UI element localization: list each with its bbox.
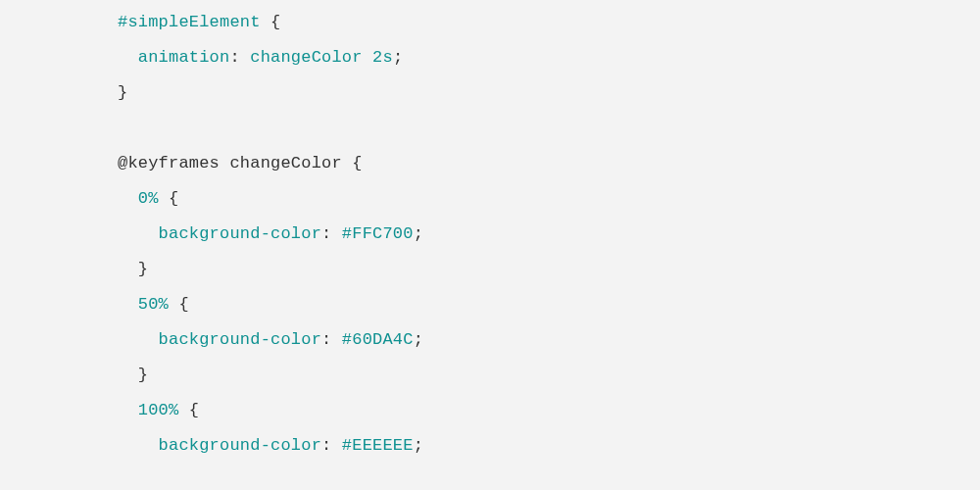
semicolon: ; <box>414 224 423 243</box>
indent <box>118 260 138 278</box>
css-value: #EEEEEE <box>342 436 414 455</box>
brace-open: { <box>261 13 281 31</box>
indent <box>118 189 138 208</box>
brace-open: { <box>169 295 189 314</box>
css-value: #FFC700 <box>342 224 414 243</box>
keyframe-pct: 50% <box>138 295 169 314</box>
at-rule: @keyframes <box>118 154 220 172</box>
indent <box>118 295 138 314</box>
colon: : <box>321 436 342 455</box>
colon: : <box>229 48 250 67</box>
css-property: background-color <box>159 436 321 455</box>
keyframes-name: changeColor <box>220 154 352 172</box>
brace-close: } <box>118 83 127 102</box>
css-selector: #simpleElement <box>118 13 261 31</box>
brace-open: { <box>159 189 179 208</box>
semicolon: ; <box>393 48 403 67</box>
indent <box>118 224 159 243</box>
indent <box>118 401 138 419</box>
code-snippet: #simpleElement { animation: changeColor … <box>0 0 980 464</box>
css-property: background-color <box>159 330 321 349</box>
indent <box>118 330 159 349</box>
brace-close: } <box>138 260 148 278</box>
css-property: background-color <box>159 224 321 243</box>
indent <box>118 436 159 455</box>
brace-open: { <box>352 154 362 172</box>
indent <box>118 366 138 384</box>
semicolon: ; <box>414 436 423 455</box>
css-value: #60DA4C <box>342 330 414 349</box>
keyframe-pct: 100% <box>138 401 179 419</box>
colon: : <box>321 330 342 349</box>
brace-close: } <box>138 366 148 384</box>
css-value: changeColor 2s <box>250 48 393 67</box>
css-property: animation <box>138 48 230 67</box>
keyframe-pct: 0% <box>138 189 159 208</box>
semicolon: ; <box>414 330 423 349</box>
colon: : <box>321 224 342 243</box>
indent <box>118 48 138 67</box>
brace-open: { <box>178 401 199 419</box>
